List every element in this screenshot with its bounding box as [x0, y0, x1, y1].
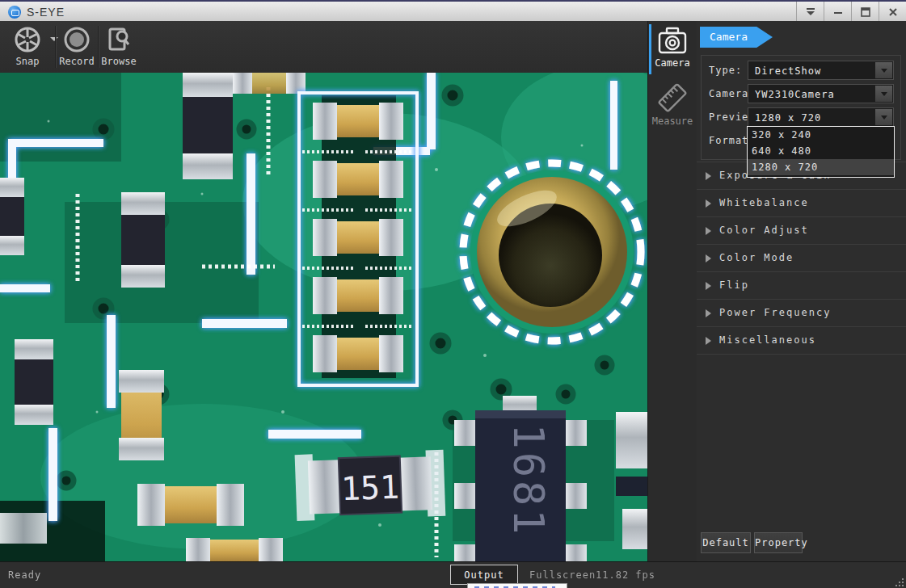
camera-icon — [656, 27, 689, 56]
expander-arrow-icon — [706, 254, 715, 262]
resize-grip[interactable] — [893, 576, 904, 586]
camera-value: YW2310Camera — [755, 89, 835, 100]
chevron-down-icon[interactable] — [875, 109, 892, 125]
section-color-adjust[interactable]: Color Adjust — [697, 217, 906, 245]
preview-select[interactable]: 1280 x 720 — [748, 107, 894, 127]
fps-value: 11.82 fps — [596, 569, 655, 581]
expander-arrow-icon — [706, 337, 715, 345]
toolbar-separator — [55, 26, 56, 68]
s-eye-window: S-EYE S — [0, 0, 906, 588]
camera-preview: 151 1681 — [0, 73, 647, 561]
section-flip[interactable]: Flip — [697, 272, 906, 300]
browse-file-icon — [105, 26, 133, 53]
close-icon[interactable] — [879, 2, 906, 23]
side-tab-bar: Camera Measure — [648, 21, 697, 561]
resolution-dropdown-list: 320 x 240 640 x 480 1280 x 720 — [747, 126, 895, 178]
expander-arrow-icon — [706, 309, 715, 317]
record-button[interactable]: Record — [58, 24, 95, 69]
snap-label: Snap — [16, 56, 40, 67]
expander-arrow-icon — [706, 227, 715, 235]
browse-button[interactable]: Browse — [100, 24, 137, 69]
dropdown-option[interactable]: 640 x 480 — [748, 143, 894, 159]
dropdown-option-selected[interactable]: 1280 x 720 — [748, 159, 894, 175]
toolbar-separator — [98, 26, 99, 68]
main-toolbar: Snap Record Browse — [0, 21, 647, 74]
status-message: Ready — [8, 569, 41, 581]
browse-label: Browse — [101, 56, 136, 67]
chevron-down-icon[interactable] — [875, 86, 892, 102]
preview-value: 1280 x 720 — [755, 112, 821, 124]
resistor-ladder — [299, 93, 417, 385]
record-label: Record — [59, 56, 94, 67]
preview-row: Preview: 1280 x 720 — [702, 107, 899, 127]
tab-camera[interactable]: Camera — [648, 24, 697, 74]
tab-measure[interactable]: Measure — [648, 79, 697, 129]
fullscreen-toggle[interactable]: Fullscreen — [529, 569, 596, 581]
window-title: S-EYE — [27, 6, 65, 19]
tab-camera-label: Camera — [655, 57, 689, 69]
settings-panel: Camera Measure Camera Type: DirectShow — [647, 21, 906, 561]
expander-arrow-icon — [706, 282, 715, 290]
ruler-icon — [656, 82, 689, 114]
output-toggle-button[interactable]: Output — [450, 565, 518, 585]
record-circle-icon — [63, 26, 91, 53]
expander-arrow-icon — [706, 200, 715, 208]
resistor-151-label: 151 — [340, 468, 400, 507]
window-controls — [796, 2, 906, 23]
camera-panel-banner: Camera — [700, 27, 773, 48]
ic-1681-label: 1681 — [504, 423, 553, 537]
settings-sections: Exposure & Gain Whitebalance Color Adjus… — [697, 162, 906, 355]
camera-panel: Camera Type: DirectShow Camera: YW2310Ca… — [697, 21, 906, 561]
section-whitebalance[interactable]: Whitebalance — [697, 190, 906, 217]
pcb-image: 151 1681 — [0, 73, 647, 561]
snap-button[interactable]: Snap — [6, 24, 48, 69]
title-bar: S-EYE — [0, 0, 906, 23]
maximize-icon[interactable] — [851, 2, 879, 23]
tab-measure-label: Measure — [652, 116, 693, 127]
status-bar: Ready Output Fullscreen 11.82 fps — [0, 561, 906, 588]
chevron-down-icon[interactable] — [875, 62, 892, 78]
default-button[interactable]: Default — [701, 532, 751, 553]
section-power-frequency[interactable]: Power Frequency — [697, 300, 906, 327]
snap-dropdown-caret[interactable] — [50, 37, 58, 45]
type-row: Type: DirectShow — [702, 61, 899, 80]
camera-select[interactable]: YW2310Camera — [748, 84, 894, 103]
type-value: DirectShow — [755, 65, 821, 77]
section-miscellaneous[interactable]: Miscellaneous — [697, 327, 906, 355]
partial-tooltip — [467, 583, 567, 588]
section-color-mode[interactable]: Color Mode — [697, 245, 906, 272]
toolbar-toggle-icon[interactable] — [796, 2, 824, 23]
expander-arrow-icon — [706, 172, 715, 180]
camera-row: Camera: YW2310Camera — [702, 84, 899, 103]
property-button[interactable]: Property — [754, 532, 803, 553]
aperture-icon — [14, 26, 41, 53]
dropdown-option[interactable]: 320 x 240 — [748, 127, 894, 143]
app-icon[interactable] — [8, 6, 21, 19]
type-select[interactable]: DirectShow — [748, 61, 894, 80]
minimize-icon[interactable] — [824, 2, 851, 23]
type-label: Type: — [709, 65, 742, 76]
